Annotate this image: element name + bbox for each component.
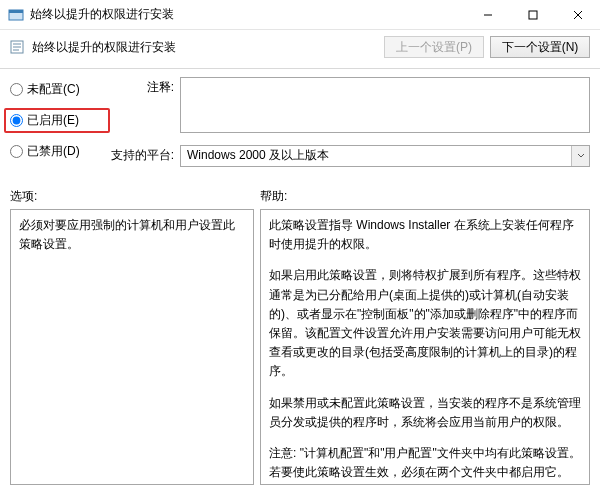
- platform-label: 支持的平台:: [110, 145, 180, 164]
- svg-rect-1: [9, 10, 23, 13]
- chevron-down-icon[interactable]: [571, 146, 589, 166]
- window-controls: [465, 0, 600, 30]
- radio-not-configured[interactable]: 未配置(C): [10, 81, 110, 98]
- maximize-button[interactable]: [510, 0, 555, 30]
- minimize-button[interactable]: [465, 0, 510, 30]
- policy-icon: [10, 39, 26, 55]
- header-row: 始终以提升的权限进行安装 上一个设置(P) 下一个设置(N): [0, 30, 600, 69]
- upper-area: 未配置(C) 已启用(E) 已禁用(D) 注释: 支持的平台: Windows …: [0, 69, 600, 174]
- radio-disabled-label: 已禁用(D): [27, 143, 80, 160]
- options-label: 选项:: [10, 188, 260, 205]
- lower-area: 必须对要应用强制的计算机和用户设置此策略设置。 此策略设置指导 Windows …: [0, 207, 600, 485]
- help-p4: 注意: "计算机配置"和"用户配置"文件夹中均有此策略设置。若要使此策略设置生效…: [269, 444, 581, 482]
- comment-label: 注释:: [110, 77, 180, 96]
- help-p3: 如果禁用或未配置此策略设置，当安装的程序不是系统管理员分发或提供的程序时，系统将…: [269, 394, 581, 432]
- state-radios: 未配置(C) 已启用(E) 已禁用(D): [10, 77, 110, 170]
- header-title: 始终以提升的权限进行安装: [32, 39, 384, 56]
- radio-enabled-input[interactable]: [10, 114, 23, 127]
- window-title: 始终以提升的权限进行安装: [30, 6, 465, 23]
- section-labels: 选项: 帮助:: [0, 174, 600, 207]
- options-text: 必须对要应用强制的计算机和用户设置此策略设置。: [19, 218, 235, 251]
- next-setting-button[interactable]: 下一个设置(N): [490, 36, 590, 58]
- comment-input[interactable]: [180, 77, 590, 133]
- help-label: 帮助:: [260, 188, 590, 205]
- app-icon: [8, 7, 24, 23]
- platform-select[interactable]: Windows 2000 及以上版本: [180, 145, 590, 167]
- radio-not-configured-label: 未配置(C): [27, 81, 80, 98]
- fields-grid: 注释: 支持的平台: Windows 2000 及以上版本: [110, 77, 590, 170]
- radio-not-configured-input[interactable]: [10, 83, 23, 96]
- help-p1: 此策略设置指导 Windows Installer 在系统上安装任何程序时使用提…: [269, 216, 581, 254]
- titlebar: 始终以提升的权限进行安装: [0, 0, 600, 30]
- help-panel[interactable]: 此策略设置指导 Windows Installer 在系统上安装任何程序时使用提…: [260, 209, 590, 485]
- radio-disabled-input[interactable]: [10, 145, 23, 158]
- close-button[interactable]: [555, 0, 600, 30]
- radio-disabled[interactable]: 已禁用(D): [10, 143, 110, 160]
- prev-setting-button[interactable]: 上一个设置(P): [384, 36, 484, 58]
- help-p2: 如果启用此策略设置，则将特权扩展到所有程序。这些特权通常是为已分配给用户(桌面上…: [269, 266, 581, 381]
- svg-rect-3: [529, 11, 537, 19]
- radio-enabled[interactable]: 已启用(E): [4, 108, 110, 133]
- platform-value: Windows 2000 及以上版本: [181, 147, 571, 164]
- radio-enabled-label: 已启用(E): [27, 112, 79, 129]
- options-panel: 必须对要应用强制的计算机和用户设置此策略设置。: [10, 209, 254, 485]
